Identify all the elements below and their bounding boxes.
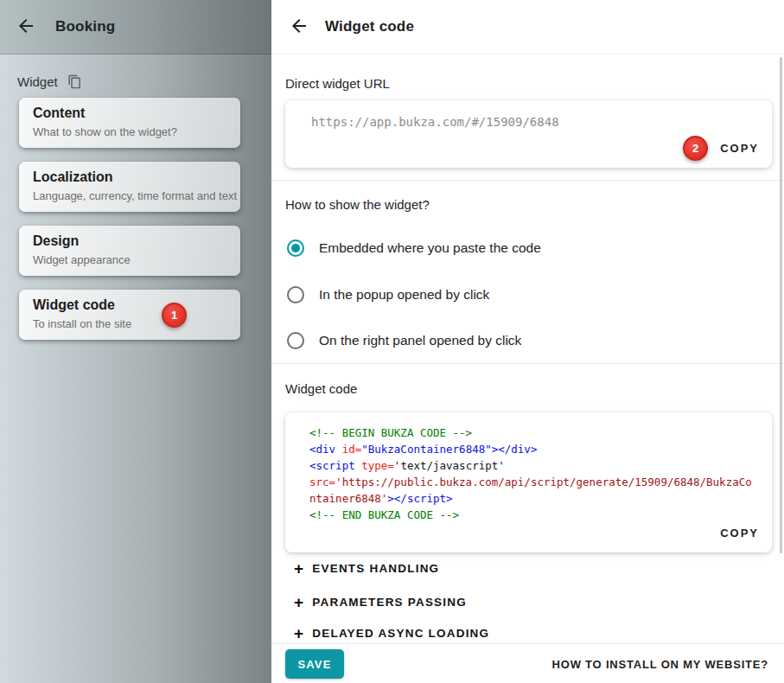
- panel-back-button[interactable]: [287, 15, 311, 39]
- sidebar-item-content[interactable]: Content What to show on the widget?: [19, 98, 240, 148]
- card-subtitle: What to show on the widget?: [33, 125, 177, 138]
- code-line: <div id="BukzaContainer6848"></div>: [309, 441, 762, 457]
- scrollbar[interactable]: [780, 57, 782, 553]
- plus-icon: +: [294, 563, 304, 575]
- sidebar-title: Booking: [55, 0, 115, 54]
- display-mode-label: How to show the widget?: [285, 197, 430, 212]
- code-token: id=: [342, 443, 362, 456]
- widget-section-label: Widget: [17, 74, 58, 89]
- code-line: <script type='text/javascript': [309, 457, 762, 474]
- card-subtitle: To install on the site: [33, 317, 131, 330]
- code-token: <!-- BEGIN BUKZA CODE -->: [309, 426, 472, 439]
- radio-label: On the right panel opened by click: [319, 333, 521, 348]
- code-token: "BukzaContainer6848": [361, 443, 492, 456]
- copy-code-button[interactable]: COPY: [720, 527, 759, 539]
- back-button[interactable]: [14, 15, 38, 39]
- radio-option-right-panel[interactable]: On the right panel opened by click: [287, 332, 521, 349]
- radio-option-popup[interactable]: In the popup opened by click: [287, 286, 489, 303]
- step-badge-2: 2: [683, 136, 708, 161]
- card-title: Localization: [33, 169, 112, 185]
- radio-unselected-icon[interactable]: [287, 286, 304, 303]
- panel-footer: SAVE HOW TO INSTALL ON MY WEBSITE?: [271, 643, 784, 683]
- code-token: 'text/javascript': [394, 459, 505, 472]
- card-subtitle: Widget appearance: [33, 253, 131, 266]
- radio-selected-icon[interactable]: [287, 239, 304, 257]
- code-token: src=: [309, 476, 335, 488]
- code-token: <script: [309, 459, 361, 472]
- panel-title: Widget code: [325, 0, 414, 54]
- accordion-delayed-async-loading[interactable]: + DELAYED ASYNC LOADING: [294, 627, 489, 640]
- step-badge-1: 1: [162, 303, 187, 328]
- code-line: src='https://public.bukza.com/api/script…: [309, 474, 762, 490]
- accordion-label: PARAMETERS PASSING: [312, 596, 467, 609]
- plus-icon: +: [294, 628, 304, 640]
- direct-url-value: https://app.bukza.com/#/15909/6848: [311, 115, 559, 129]
- radio-label: In the popup opened by click: [319, 287, 489, 303]
- card-title: Widget code: [33, 297, 115, 313]
- sidebar-item-localization[interactable]: Localization Language, currency, time fo…: [19, 162, 240, 212]
- code-token: <!-- END BUKZA CODE -->: [309, 508, 459, 521]
- widget-code-card: <!-- BEGIN BUKZA CODE --> <div id="Bukza…: [285, 412, 772, 552]
- code-block: <!-- BEGIN BUKZA CODE --> <div id="Bukza…: [309, 424, 762, 523]
- card-title: Content: [33, 105, 85, 121]
- save-button[interactable]: SAVE: [285, 649, 344, 679]
- radio-unselected-icon[interactable]: [287, 332, 304, 349]
- card-subtitle: Language, currency, time format and text: [33, 189, 237, 202]
- plus-icon: +: [294, 597, 304, 609]
- how-to-install-link[interactable]: HOW TO INSTALL ON MY WEBSITE?: [552, 644, 768, 683]
- widget-code-label: Widget code: [285, 381, 357, 396]
- radio-label: Embedded where you paste the code: [319, 240, 541, 256]
- section-divider: [271, 363, 784, 364]
- accordion-label: EVENTS HANDLING: [312, 562, 439, 575]
- widget-code-panel: Widget code Direct widget URL https://ap…: [271, 0, 784, 683]
- accordion-label: DELAYED ASYNC LOADING: [312, 627, 489, 640]
- sidebar-item-design[interactable]: Design Widget appearance: [19, 226, 240, 276]
- sidebar-header: Booking: [0, 0, 271, 54]
- section-divider: [271, 180, 784, 181]
- card-title: Design: [33, 233, 79, 249]
- radio-option-embedded[interactable]: Embedded where you paste the code: [287, 239, 541, 257]
- code-token: ntainer6848': [309, 492, 387, 505]
- code-token: type=: [361, 459, 394, 472]
- accordion-events-handling[interactable]: + EVENTS HANDLING: [294, 562, 439, 575]
- arrow-back-icon: [289, 16, 309, 39]
- copy-icon[interactable]: [67, 74, 82, 89]
- accordion-parameters-passing[interactable]: + PARAMETERS PASSING: [294, 596, 467, 609]
- code-line: ntainer6848'></script>: [309, 490, 762, 507]
- code-line: <!-- BEGIN BUKZA CODE -->: [309, 424, 762, 441]
- copy-url-button[interactable]: COPY: [720, 142, 759, 155]
- code-token: <div: [309, 443, 342, 456]
- sidebar-item-widget-code[interactable]: Widget code To install on the site 1: [19, 290, 240, 340]
- code-token: 'https://public.bukza.com/api/script/gen…: [335, 476, 752, 488]
- widget-section-row: Widget: [17, 74, 82, 89]
- sidebar: Booking Widget Content What to show on t…: [0, 0, 271, 683]
- direct-url-label: Direct widget URL: [285, 76, 390, 91]
- code-line: <!-- END BUKZA CODE -->: [309, 507, 762, 523]
- code-token: ></script>: [387, 492, 452, 505]
- panel-header: Widget code: [271, 0, 784, 54]
- code-token: ></div>: [492, 443, 538, 456]
- direct-url-card: https://app.bukza.com/#/15909/6848 2 COP…: [285, 100, 772, 168]
- widget-settings-screen: Booking Widget Content What to show on t…: [0, 0, 784, 683]
- arrow-back-icon: [16, 16, 36, 39]
